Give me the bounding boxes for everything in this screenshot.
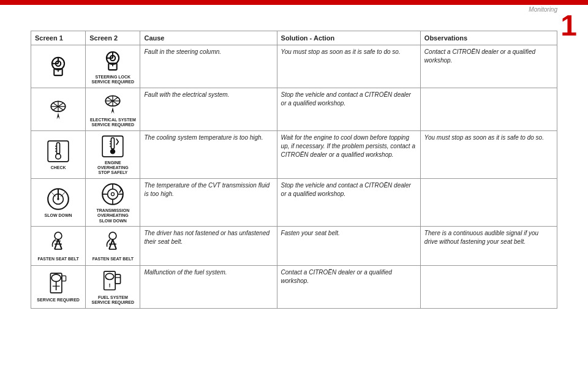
svg-rect-31 — [111, 137, 115, 148]
observations-cell: Contact a CITROËN dealer or a qualified … — [420, 45, 557, 88]
svg-point-32 — [110, 149, 115, 154]
svg-point-66 — [106, 273, 114, 279]
screen2-label: STEERING LOCKSERVICE REQUIRED — [92, 75, 135, 85]
table-row: FASTEN SEAT BELT FASTEN SEAT BELT The dr… — [31, 226, 557, 265]
screen2-cell: TRANSMISSIONOVERHEATINGSLOW DOWN — [86, 178, 140, 226]
table-row: SLOW DOWN TRANSMISSIONOVERHEATINGSLOW DO… — [31, 178, 557, 226]
screen2-label: ENGINE OVERHEATINGSTOP SAFELY — [89, 160, 136, 176]
svg-rect-24 — [48, 141, 69, 162]
svg-rect-67 — [116, 274, 121, 284]
screen1-cell: FASTEN SEAT BELT — [31, 226, 86, 265]
table-header-row: Screen 1 Screen 2 Cause Solution - Actio… — [31, 31, 557, 45]
cause-cell: Fault in the steering column. — [140, 45, 277, 88]
screen2-icon-box: ENGINE OVERHEATINGSTOP SAFELY — [89, 134, 136, 176]
screen2-cell: ELECTRICAL SYSTEMSERVICE REQUIRED — [86, 88, 140, 130]
screen2-label: ELECTRICAL SYSTEMSERVICE REQUIRED — [90, 118, 136, 128]
table-row: STEERING LOCKSERVICE REQUIRED Fault in t… — [31, 45, 557, 88]
svg-text:!: ! — [109, 282, 111, 288]
solution-cell: Stop the vehicle and contact a CITROËN d… — [277, 88, 420, 130]
screen1-icon-box — [35, 92, 81, 126]
screen1-cell: SLOW DOWN — [31, 178, 86, 226]
svg-marker-23 — [111, 107, 115, 114]
observations-cell: You must stop as soon as it is safe to d… — [420, 130, 557, 178]
cause-cell: The driver has not fastened or has unfas… — [140, 226, 277, 265]
cause-cell: The cooling system temperature is too hi… — [140, 130, 277, 178]
solution-cell: You must stop as soon as it is safe to d… — [277, 45, 420, 88]
screen2-cell: FASTEN SEAT BELT — [86, 226, 140, 265]
solution-cell: Contact a CITROËN dealer or a qualified … — [277, 265, 420, 308]
header-observations: Observations — [420, 31, 557, 45]
table-row: CHECK ENGINE OVERHEATINGSTOP SAFELY The … — [31, 130, 557, 178]
screen2-icon-box: ELECTRICAL SYSTEMSERVICE REQUIRED — [89, 91, 136, 128]
cause-cell: The temperature of the CVT transmission … — [140, 178, 277, 226]
screen2-label: FASTEN SEAT BELT — [92, 257, 134, 262]
table-row: ELECTRICAL SYSTEMSERVICE REQUIRED Fault … — [31, 88, 557, 130]
cause-cell: Malfunction of the fuel system. — [140, 265, 277, 308]
screen2-label: TRANSMISSIONOVERHEATINGSLOW DOWN — [97, 208, 130, 224]
solution-cell: Wait for the engine to cool down before … — [277, 130, 420, 178]
svg-marker-17 — [57, 113, 60, 119]
screen1-cell — [31, 88, 86, 130]
screen1-icon-box: FASTEN SEAT BELT — [35, 229, 81, 263]
screen1-cell — [31, 45, 86, 88]
svg-point-61 — [51, 274, 61, 282]
observations-cell — [420, 265, 557, 308]
monitoring-table: Screen 1 Screen 2 Cause Solution - Actio… — [31, 31, 557, 309]
header-solution: Solution - Action — [277, 31, 420, 45]
observations-cell: There is a continuous audible signal if … — [420, 226, 557, 265]
solution-cell: Fasten your seat belt. — [277, 226, 420, 265]
main-table-wrapper: Screen 1 Screen 2 Cause Solution - Actio… — [31, 31, 557, 374]
screen1-icon-box — [35, 50, 81, 83]
svg-rect-64 — [62, 276, 66, 281]
svg-rect-25 — [57, 143, 60, 154]
screen2-label: FUEL SYSTEMSERVICE REQUIRED — [92, 295, 135, 306]
svg-point-44 — [111, 192, 115, 195]
observations-cell — [420, 178, 557, 226]
svg-point-26 — [56, 154, 61, 159]
svg-point-39 — [57, 198, 59, 200]
screen1-icon-box: SERVICE REQUIRED — [35, 270, 81, 304]
screen1-label: FASTEN SEAT BELT — [37, 257, 78, 262]
observations-cell — [420, 88, 557, 130]
page-label: Monitoring — [529, 6, 557, 13]
screen1-label: SERVICE REQUIRED — [37, 298, 80, 303]
header-screen1: Screen 1 — [31, 31, 86, 45]
screen2-icon-box: TRANSMISSIONOVERHEATINGSLOW DOWN — [89, 181, 136, 224]
screen2-cell: ! FUEL SYSTEMSERVICE REQUIRED — [86, 265, 140, 308]
svg-point-49 — [55, 232, 62, 239]
screen1-icon-box: CHECK — [35, 138, 81, 172]
header-screen2: Screen 2 — [86, 31, 140, 45]
svg-point-43 — [108, 189, 118, 199]
solution-cell: Stop the vehicle and contact a CITROËN d… — [277, 178, 420, 226]
screen2-icon-box: ! FUEL SYSTEMSERVICE REQUIRED — [89, 268, 136, 306]
screen1-icon-box: SLOW DOWN — [35, 186, 81, 219]
top-bar — [0, 0, 588, 5]
header-cause: Cause — [140, 31, 277, 45]
chapter-marker: 1 — [560, 11, 577, 40]
svg-point-55 — [109, 232, 116, 239]
screen1-label: CHECK — [51, 165, 66, 170]
screen2-icon-box: FASTEN SEAT BELT — [89, 229, 136, 263]
screen2-cell: STEERING LOCKSERVICE REQUIRED — [86, 45, 140, 88]
screen2-icon-box: STEERING LOCKSERVICE REQUIRED — [89, 48, 136, 85]
screen1-cell: CHECK — [31, 130, 86, 178]
cause-cell: Fault with the electrical system. — [140, 88, 277, 130]
screen1-label: SLOW DOWN — [45, 213, 72, 218]
table-row: SERVICE REQUIRED ! FUEL SYSTEMSERVICE RE… — [31, 265, 557, 308]
screen1-cell: SERVICE REQUIRED — [31, 265, 86, 308]
screen2-cell: ENGINE OVERHEATINGSTOP SAFELY — [86, 130, 140, 178]
